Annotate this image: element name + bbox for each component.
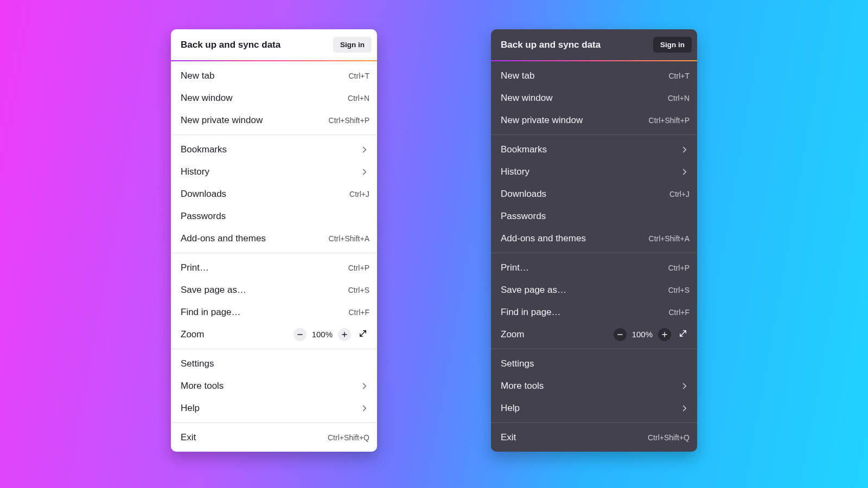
menu-item-label: New window [181,93,232,104]
plus-icon [341,331,348,338]
menu-item-history[interactable]: History [491,160,697,183]
menu-item-shortcut: Ctrl+Shift+Q [648,433,690,442]
app-menu-dark: Back up and sync dataSign inNew tabCtrl+… [491,29,697,452]
menu-item-new-tab[interactable]: New tabCtrl+T [491,65,697,87]
plus-icon [661,331,668,338]
menu-item-shortcut: Ctrl+F [669,308,690,317]
menu-item-shortcut: Ctrl+J [349,190,369,198]
menu-item-shortcut: Ctrl+S [348,286,369,294]
menu-item-downloads[interactable]: DownloadsCtrl+J [491,183,697,205]
menu-item-save-page-as[interactable]: Save page as…Ctrl+S [491,279,697,301]
menu-item-new-private-window[interactable]: New private windowCtrl+Shift+P [171,109,377,131]
sync-title: Back up and sync data [501,40,601,50]
menu-item-addons[interactable]: Add-ons and themesCtrl+Shift+A [491,227,697,249]
chevron-right-icon [680,403,690,413]
menu-item-shortcut: Ctrl+N [348,94,369,102]
menu-group: New tabCtrl+TNew windowCtrl+NNew private… [171,61,377,134]
menu-item-settings[interactable]: Settings [491,352,697,375]
menu-item-label: Downloads [501,189,546,200]
menu-group: SettingsMore toolsHelp [491,349,697,422]
menu-item-new-private-window[interactable]: New private windowCtrl+Shift+P [491,109,697,131]
fullscreen-icon [678,329,688,340]
menu-item-more-tools[interactable]: More tools [171,375,377,397]
menu-item-more-tools[interactable]: More tools [491,375,697,397]
fullscreen-button[interactable] [356,328,369,341]
menu-item-label: Save page as… [501,285,566,296]
menu-item-help[interactable]: Help [171,397,377,419]
menu-group: ExitCtrl+Shift+Q [491,422,697,452]
menu-item-save-page-as[interactable]: Save page as…Ctrl+S [171,279,377,301]
zoom-level: 100% [312,330,333,339]
chevron-right-icon [680,167,690,177]
menu-item-label: History [181,166,209,177]
menu-item-shortcut: Ctrl+Shift+Q [328,433,369,442]
menu-item-new-tab[interactable]: New tabCtrl+T [171,65,377,87]
menu-item-label: Exit [181,432,196,443]
menu-item-shortcut: Ctrl+Shift+P [649,116,690,125]
menu-item-shortcut: Ctrl+P [668,264,690,272]
chevron-right-icon [680,381,690,391]
menu-item-label: New private window [181,115,263,126]
menu-item-shortcut: Ctrl+T [349,72,370,80]
fullscreen-button[interactable] [676,328,690,341]
menu-item-label: Find in page… [181,307,241,318]
menu-item-print[interactable]: Print…Ctrl+P [171,256,377,279]
menu-item-shortcut: Ctrl+N [668,94,690,102]
menu-item-bookmarks[interactable]: Bookmarks [491,138,697,160]
menu-item-shortcut: Ctrl+Shift+A [329,234,369,243]
menu-item-find-in-page[interactable]: Find in page…Ctrl+F [171,301,377,323]
menu-item-label: Exit [501,432,516,443]
menu-item-print[interactable]: Print…Ctrl+P [491,256,697,279]
sync-row[interactable]: Back up and sync dataSign in [171,29,377,60]
menu-item-exit[interactable]: ExitCtrl+Shift+Q [171,426,377,448]
menu-item-label: New window [501,93,552,104]
menu-item-label: History [501,166,529,177]
menu-item-history[interactable]: History [171,160,377,183]
menu-item-help[interactable]: Help [491,397,697,419]
menu-item-exit[interactable]: ExitCtrl+Shift+Q [491,426,697,448]
chevron-right-icon [360,403,369,413]
chevron-right-icon [360,145,369,155]
menu-item-label: Help [181,403,200,414]
menu-item-label: Downloads [181,189,226,200]
menu-item-find-in-page[interactable]: Find in page…Ctrl+F [491,301,697,323]
menu-item-new-window[interactable]: New windowCtrl+N [491,87,697,109]
menu-item-shortcut: Ctrl+Shift+A [649,234,690,243]
menu-item-label: New private window [501,115,583,126]
menu-item-label: Print… [501,262,529,273]
menu-item-label: Find in page… [501,307,561,318]
menu-item-label: Bookmarks [181,144,227,155]
menu-item-label: Settings [501,358,534,369]
menu-item-addons[interactable]: Add-ons and themesCtrl+Shift+A [171,227,377,249]
zoom-out-button[interactable] [293,328,307,341]
app-menu-light: Back up and sync dataSign inNew tabCtrl+… [171,29,377,452]
menu-item-label: Save page as… [181,285,246,296]
menu-item-zoom: Zoom100% [491,323,697,345]
menu-item-new-window[interactable]: New windowCtrl+N [171,87,377,109]
sync-row[interactable]: Back up and sync dataSign in [491,29,697,60]
menu-item-bookmarks[interactable]: Bookmarks [171,138,377,160]
minus-icon [296,331,304,338]
sync-title: Back up and sync data [181,40,280,50]
menu-item-label: Print… [181,262,209,273]
menu-group: ExitCtrl+Shift+Q [171,422,377,452]
menu-item-label: Add-ons and themes [181,233,266,244]
menu-item-label: Add-ons and themes [501,233,586,244]
zoom-out-button[interactable] [614,328,627,341]
menu-item-shortcut: Ctrl+F [349,308,370,317]
menu-item-passwords[interactable]: Passwords [171,205,377,227]
sign-in-button[interactable]: Sign in [653,37,692,53]
menu-item-label: Bookmarks [501,144,547,155]
sign-in-button[interactable]: Sign in [333,37,372,53]
menu-group: BookmarksHistoryDownloadsCtrl+JPasswords… [491,134,697,253]
menu-item-settings[interactable]: Settings [171,352,377,375]
menu-item-label: More tools [181,381,224,391]
menu-item-label: Help [501,403,520,414]
zoom-in-button[interactable] [338,328,351,341]
menu-item-passwords[interactable]: Passwords [491,205,697,227]
zoom-in-button[interactable] [658,328,671,341]
menu-item-shortcut: Ctrl+Shift+P [329,116,369,125]
chevron-right-icon [680,145,690,155]
menu-item-downloads[interactable]: DownloadsCtrl+J [171,183,377,205]
menu-group: Print…Ctrl+PSave page as…Ctrl+SFind in p… [491,253,697,349]
